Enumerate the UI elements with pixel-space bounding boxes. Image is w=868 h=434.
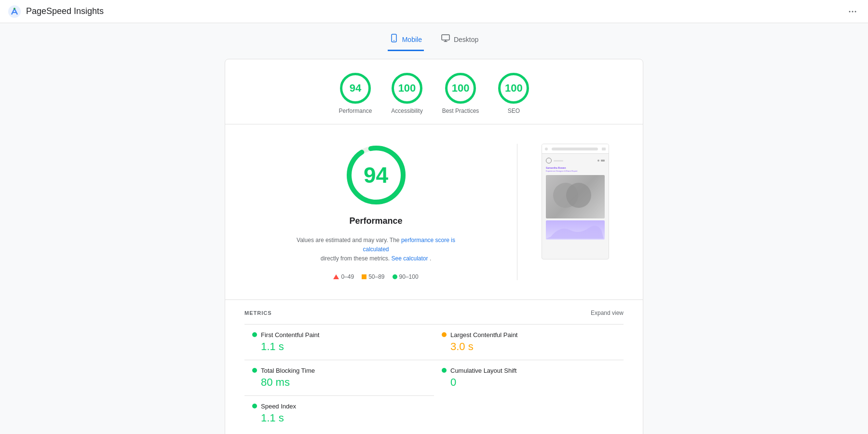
perf-desc-mid: directly from these metrics.	[321, 255, 390, 262]
score-performance[interactable]: 94 Performance	[339, 73, 372, 114]
metric-tbt: Total Blocking Time 80 ms	[244, 360, 434, 395]
site-logo-circle	[546, 158, 552, 163]
metric-tbt-label-row: Total Blocking Time	[252, 367, 426, 374]
header: PageSpeed Insights	[0, 0, 868, 23]
pass-icon	[393, 274, 397, 279]
performance-score-value: 94	[350, 82, 361, 95]
svg-point-4	[855, 11, 856, 12]
legend-fail: 0–49	[333, 273, 354, 280]
main-card: 94 Performance 100 Accessibility 100 Bes…	[225, 59, 643, 434]
site-nav-dot	[597, 160, 599, 162]
svg-point-2	[849, 11, 851, 12]
metrics-title: METRICS	[244, 310, 272, 316]
tab-mobile[interactable]: Mobile	[388, 29, 424, 51]
score-legend: 0–49 50–89 90–100	[333, 273, 418, 280]
legend-average-range: 50–89	[368, 273, 384, 280]
screenshot-browser-bar	[542, 144, 609, 154]
svg-point-3	[852, 11, 854, 12]
best-practices-label: Best Practices	[442, 108, 479, 114]
site-nav-rect	[601, 160, 605, 162]
metric-si-value: 1.1 s	[252, 412, 426, 424]
metric-si: Speed Index 1.1 s	[244, 395, 434, 431]
metric-fcp-value: 1.1 s	[252, 340, 426, 353]
metric-fcp: First Contentful Paint 1.1 s	[244, 324, 434, 360]
score-seo[interactable]: 100 SEO	[498, 73, 529, 114]
metric-si-dot	[252, 404, 257, 408]
site-image-area	[546, 175, 605, 218]
svg-point-6	[393, 40, 394, 41]
perf-calc-link-text: See calculator	[391, 255, 428, 262]
site-person-subtitle: Experience Designer & Brand Expert	[546, 170, 605, 172]
mobile-icon	[390, 34, 398, 45]
seo-circle: 100	[498, 73, 529, 104]
fail-icon	[333, 274, 339, 279]
metric-fcp-label-row: First Contentful Paint	[252, 331, 426, 339]
site-logo-area	[546, 158, 605, 163]
score-best-practices[interactable]: 100 Best Practices	[442, 73, 479, 114]
metrics-grid: First Contentful Paint 1.1 s Largest Con…	[244, 324, 624, 431]
metric-tbt-label: Total Blocking Time	[261, 367, 315, 374]
legend-fail-range: 0–49	[341, 273, 354, 280]
accessibility-label: Accessibility	[391, 108, 422, 114]
legend-pass-range: 90–100	[399, 273, 419, 280]
performance-label: Performance	[339, 108, 372, 114]
metric-fcp-dot	[252, 332, 257, 337]
metric-lcp: Largest Contentful Paint 3.0 s	[434, 324, 624, 360]
metric-cls-label: Cumulative Layout Shift	[450, 367, 516, 374]
best-practices-circle: 100	[445, 73, 476, 104]
desktop-icon	[441, 34, 450, 45]
big-score-container: 94	[345, 144, 407, 206]
site-purple-blob	[546, 220, 605, 240]
svg-rect-7	[442, 35, 449, 40]
big-score-value: 94	[364, 162, 388, 188]
site-logo-text	[554, 160, 563, 162]
perf-desc-text: Values are estimated and may vary. The	[297, 237, 399, 244]
metric-si-label: Speed Index	[261, 403, 296, 410]
perf-calc-link[interactable]: See calculator	[391, 255, 429, 262]
metric-tbt-dot	[252, 368, 257, 373]
tab-desktop-label: Desktop	[454, 36, 478, 43]
metric-cls-dot	[442, 368, 447, 373]
seo-score-value: 100	[505, 82, 523, 95]
metric-fcp-label: First Contentful Paint	[261, 331, 319, 339]
site-circles-svg	[549, 177, 602, 217]
tab-desktop[interactable]: Desktop	[439, 29, 480, 51]
legend-pass: 90–100	[393, 273, 419, 280]
metric-cls-label-row: Cumulative Layout Shift	[442, 367, 616, 374]
metrics-header: METRICS Expand view	[244, 310, 624, 316]
accessibility-score-value: 100	[398, 82, 416, 95]
score-accessibility[interactable]: 100 Accessibility	[391, 73, 422, 114]
browser-dot-1	[545, 148, 548, 150]
performance-description: Values are estimated and may vary. The p…	[289, 236, 463, 264]
metric-cls: Cumulative Layout Shift 0	[434, 360, 624, 395]
metric-lcp-value: 3.0 s	[442, 340, 616, 353]
accessibility-circle: 100	[392, 73, 422, 104]
site-blob-svg	[546, 220, 604, 239]
best-practices-score-value: 100	[452, 82, 470, 95]
psi-logo-icon	[8, 5, 21, 18]
metric-tbt-value: 80 ms	[252, 376, 426, 389]
browser-address-bar	[552, 148, 598, 150]
svg-point-0	[8, 5, 21, 18]
performance-section-title: Performance	[349, 216, 402, 226]
logo-area: PageSpeed Insights	[8, 5, 104, 18]
metric-lcp-label: Largest Contentful Paint	[450, 331, 517, 339]
app-title: PageSpeed Insights	[26, 6, 104, 16]
expand-view-button[interactable]: Expand view	[591, 310, 624, 316]
legend-average: 50–89	[362, 273, 384, 280]
metric-lcp-label-row: Largest Contentful Paint	[442, 331, 616, 339]
metric-lcp-dot	[442, 332, 447, 337]
metrics-section: METRICS Expand view First Contentful Pai…	[225, 300, 643, 434]
site-nav-icons	[597, 160, 605, 162]
browser-menu-icon	[602, 148, 606, 150]
score-summary: 94 Performance 100 Accessibility 100 Bes…	[225, 59, 643, 124]
seo-label: SEO	[508, 108, 520, 114]
header-right-icons	[845, 4, 860, 19]
header-more-icon[interactable]	[845, 4, 860, 19]
metric-cls-value: 0	[442, 376, 616, 389]
tab-mobile-label: Mobile	[402, 36, 422, 43]
performance-left: 94 Performance Values are estimated and …	[254, 144, 498, 280]
website-screenshot: Samantha Bowen Experience Designer & Bra…	[542, 144, 609, 259]
tabs-bar: Mobile Desktop	[0, 23, 868, 51]
average-icon	[362, 274, 366, 279]
